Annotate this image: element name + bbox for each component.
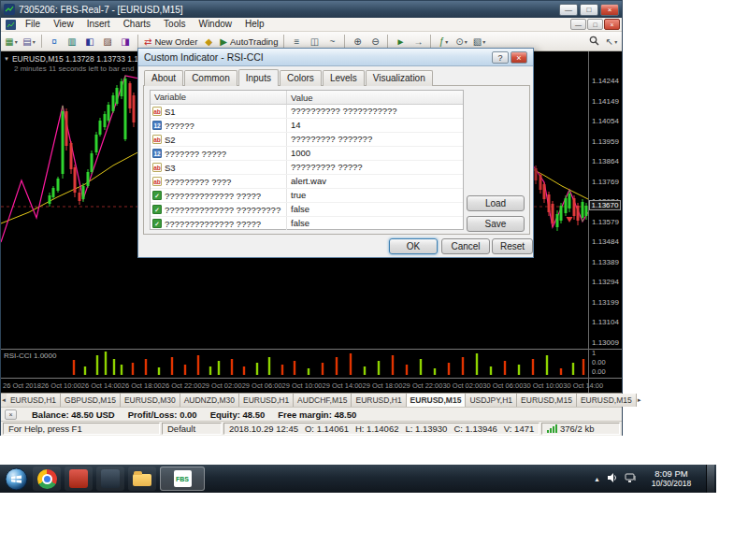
menu-tools[interactable]: Tools [157, 18, 192, 31]
menu-view[interactable]: View [47, 18, 80, 31]
chart-tab[interactable]: EURUSD,M15 [577, 394, 637, 407]
line-chart-button[interactable]: ~ [324, 34, 340, 50]
zoom-out-button[interactable]: ⊖ [367, 34, 383, 50]
chart-tab[interactable]: EURUSD,H1 [352, 394, 406, 407]
menu-help[interactable]: Help [238, 18, 271, 31]
mdi-close-button[interactable]: × [604, 19, 620, 30]
one-click-trading-icon[interactable]: ▼ [4, 56, 9, 62]
ok-button[interactable]: OK [389, 238, 438, 254]
search-button[interactable] [585, 34, 602, 50]
auto-scroll-button[interactable]: ► [392, 34, 409, 50]
menu-file[interactable]: File [19, 18, 47, 31]
input-row[interactable]: ✓ ?????????????? ????? true [151, 189, 463, 203]
save-button[interactable]: Save [467, 216, 525, 232]
param-value[interactable]: ?????????? ??????????? [286, 105, 463, 118]
dialog-help-button[interactable]: ? [492, 51, 509, 64]
variable-column-header[interactable]: Variable [151, 91, 287, 104]
tab-visualization[interactable]: Visualization [366, 70, 433, 86]
tabs-scroll-right-button[interactable]: ► [637, 394, 642, 407]
chart-tab[interactable]: EURUSD,H1 [7, 394, 61, 407]
input-row[interactable]: 12 ??????? ????? 1000 [151, 147, 463, 161]
zoom-in-button[interactable]: ⊕ [349, 34, 366, 50]
param-value[interactable]: false [286, 217, 463, 230]
reset-button[interactable]: Reset [492, 238, 533, 254]
show-desktop-button[interactable] [706, 465, 714, 493]
periods-button[interactable]: ⊙▾ [453, 34, 469, 50]
menu-window[interactable]: Window [192, 18, 238, 31]
price-axis[interactable]: 1.14244 1.14149 1.14054 1.13959 1.13864 … [588, 51, 622, 393]
input-row[interactable]: ab ????????? ???? alert.wav [151, 175, 463, 189]
metaeditor-button[interactable]: ◆ [200, 34, 217, 50]
terminal-close-button[interactable]: × [5, 409, 17, 420]
input-row[interactable]: 12 ?????? 14 [151, 119, 463, 133]
input-row[interactable]: ab S1 ?????????? ??????????? [151, 105, 463, 119]
chart-tab[interactable]: GBPUSD,M15 [61, 394, 121, 407]
new-chart-button[interactable]: ▦▾ [3, 34, 20, 50]
chart-mdi-icon[interactable] [6, 20, 16, 30]
chart-tab[interactable]: AUDCHF,M15 [294, 394, 352, 407]
navigator-button[interactable]: ◧ [81, 34, 98, 50]
load-button[interactable]: Load [467, 195, 525, 211]
chart-tab[interactable]: EURUSD,M15 [517, 394, 577, 407]
cursor-button[interactable]: ↖▾ [603, 34, 620, 50]
dialog-titlebar[interactable]: Custom Indicator - RSI-CCI ? × [138, 49, 533, 66]
chart-tab-active[interactable]: EURUSD,M15 [407, 394, 467, 407]
folder-icon[interactable] [128, 467, 156, 491]
param-value[interactable]: false [286, 203, 463, 216]
autotrading-button[interactable]: ▶AutoTrading [218, 34, 280, 50]
titlebar[interactable]: 7305206: FBS-Real-7 - [EURUSD,M15] — □ × [1, 1, 622, 18]
terminal-button[interactable]: ▨ [99, 34, 116, 50]
mdi-minimize-button[interactable]: — [570, 19, 586, 30]
chart-tab[interactable]: EURUSD,M30 [121, 394, 180, 407]
indicator-separator[interactable] [1, 349, 622, 350]
menu-charts[interactable]: Charts [117, 18, 157, 31]
tab-levels[interactable]: Levels [323, 70, 365, 86]
profiles-button[interactable]: ▤▾ [21, 34, 37, 50]
input-row[interactable]: ✓ ?????????????? ????? false [151, 217, 463, 231]
param-value[interactable]: true [286, 189, 463, 202]
param-value[interactable]: ????????? ??????? [286, 133, 463, 146]
dialog-close-button[interactable]: × [511, 51, 527, 64]
tab-colors[interactable]: Colors [280, 70, 322, 86]
cancel-button[interactable]: Cancel [441, 238, 490, 254]
connection-status[interactable]: 376/2 kb [541, 423, 620, 435]
window-minimize-button[interactable]: — [559, 4, 578, 16]
chart-tab[interactable]: USDJPY,H1 [466, 394, 517, 407]
window-close-button[interactable]: × [600, 4, 619, 16]
status-profile[interactable]: Default [162, 423, 222, 435]
menu-insert[interactable]: Insert [80, 18, 117, 31]
input-row[interactable]: ✓ ?????????????? ????????? false [151, 203, 463, 217]
tab-about[interactable]: About [144, 70, 183, 86]
chrome-icon[interactable] [33, 467, 61, 491]
red-app-icon[interactable] [65, 467, 93, 491]
input-row[interactable]: ab S2 ????????? ??????? [151, 133, 463, 147]
candlestick-chart-button[interactable]: ◫ [306, 34, 323, 50]
taskbar-clock[interactable]: 8:09 PM 10/30/2018 [643, 469, 699, 488]
data-window-button[interactable]: ▥ [64, 34, 80, 50]
param-value[interactable]: alert.wav [286, 175, 463, 188]
volume-icon[interactable] [607, 470, 618, 487]
indicators-button[interactable]: ƒ▾ [435, 34, 452, 50]
chart-shift-button[interactable]: → [410, 34, 426, 50]
param-value[interactable]: ????????? ????? [286, 161, 463, 174]
tab-common[interactable]: Common [184, 70, 237, 86]
param-value[interactable]: 14 [286, 119, 463, 132]
param-value[interactable]: 1000 [286, 147, 463, 160]
market-watch-button[interactable]: ¤ [46, 34, 63, 50]
hidden-icons-button[interactable]: ▲ [594, 476, 600, 482]
templates-button[interactable]: ▧▾ [470, 34, 487, 50]
time-axis[interactable]: 26 Oct 2018 26 Oct 10:00 26 Oct 14:00 26… [1, 379, 588, 393]
start-button[interactable] [4, 467, 29, 492]
value-column-header[interactable]: Value [287, 93, 463, 103]
strategy-tester-button[interactable]: ◨ [117, 34, 134, 50]
mdi-restore-button[interactable]: □ [587, 19, 603, 30]
chart-tab[interactable]: AUDNZD,M30 [180, 394, 239, 407]
new-order-button[interactable]: ⇄New Order [142, 34, 199, 50]
network-icon[interactable] [625, 470, 637, 487]
dark-app-icon[interactable] [96, 467, 124, 491]
chart-tab[interactable]: EURUSD,H1 [239, 394, 294, 407]
bar-chart-button[interactable]: ≡ [288, 34, 305, 50]
fbs-taskbar-button[interactable]: FBS [160, 467, 205, 491]
window-maximize-button[interactable]: □ [580, 4, 598, 16]
input-row[interactable]: ab S3 ????????? ????? [151, 161, 463, 175]
